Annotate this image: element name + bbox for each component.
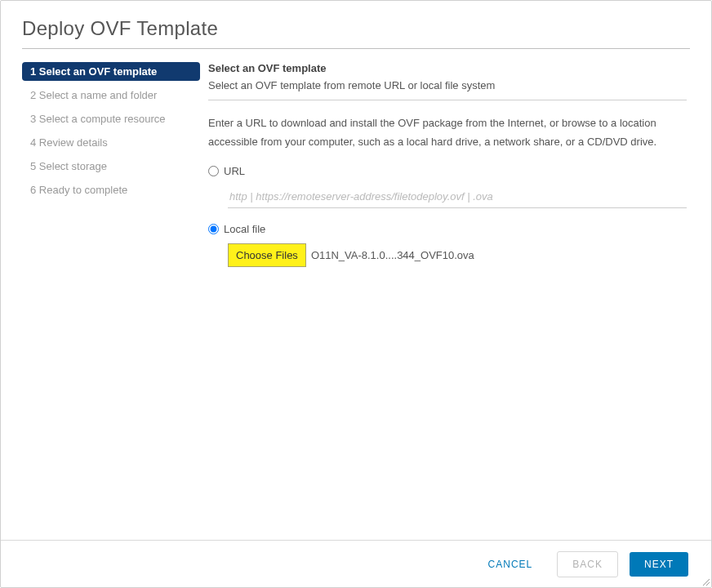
- next-button[interactable]: NEXT: [630, 552, 688, 577]
- back-button[interactable]: BACK: [557, 551, 618, 577]
- step-review-details[interactable]: 4 Review details: [22, 133, 200, 152]
- main-panel: Select an OVF template Select an OVF tem…: [200, 62, 690, 267]
- section-subheading: Select an OVF template from remote URL o…: [208, 79, 687, 91]
- radio-local-file[interactable]: [208, 224, 219, 234]
- resize-grip-icon[interactable]: [701, 577, 710, 586]
- section-heading: Select an OVF template: [208, 62, 687, 74]
- radio-local-file-label: Local file: [224, 223, 265, 235]
- choose-files-button[interactable]: Choose Files: [228, 243, 306, 267]
- step-select-compute-resource[interactable]: 3 Select a compute resource: [22, 109, 200, 128]
- svg-line-1: [706, 582, 710, 586]
- svg-line-0: [703, 579, 710, 586]
- step-select-storage[interactable]: 5 Select storage: [22, 157, 200, 176]
- radio-url[interactable]: [208, 166, 219, 176]
- dialog-title: Deploy OVF Template: [22, 17, 690, 49]
- step-ready-complete[interactable]: 6 Ready to complete: [22, 180, 200, 199]
- step-select-ovf-template[interactable]: 1 Select an OVF template: [22, 62, 200, 81]
- description-text: Enter a URL to download and install the …: [208, 114, 687, 152]
- wizard-steps: 1 Select an OVF template 2 Select a name…: [22, 62, 200, 267]
- step-select-name-folder[interactable]: 2 Select a name and folder: [22, 86, 200, 105]
- radio-local-file-row[interactable]: Local file: [208, 223, 687, 235]
- cancel-button[interactable]: CANCEL: [475, 552, 546, 577]
- dialog-footer: CANCEL BACK NEXT: [1, 540, 711, 587]
- url-input[interactable]: [228, 185, 687, 208]
- divider: [208, 100, 687, 100]
- selected-filename: O11N_VA-8.1.0....344_OVF10.ova: [311, 249, 474, 261]
- radio-url-row[interactable]: URL: [208, 165, 687, 177]
- radio-url-label: URL: [224, 165, 245, 177]
